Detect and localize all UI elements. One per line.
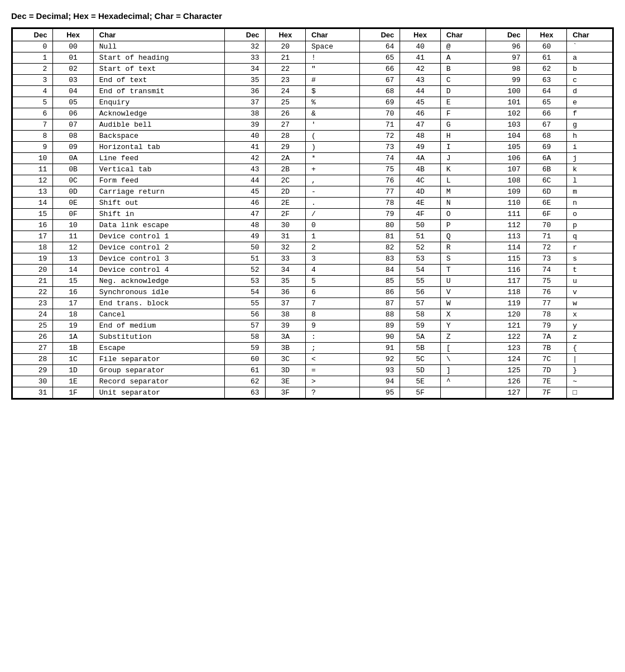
- table-row: 000Null3220Space6440@9660`: [13, 41, 613, 52]
- table-row: 101Start of heading3321!6541A9761a: [13, 52, 613, 64]
- table-row: 808Backspace4028(7248H10468h: [13, 131, 613, 142]
- table-row: 271BEscape593B;915B[1237B{: [13, 343, 613, 354]
- table-row: 291DGroup separator613D=935D]1257D}: [13, 365, 613, 376]
- col-header-char4: Char: [567, 29, 613, 41]
- table-row: 1610Data link escape483008050P11270p: [13, 220, 613, 231]
- table-row: 2418Cancel563888858X12078x: [13, 309, 613, 320]
- table-row: 404End of transmit3624$6844D10064d: [13, 86, 613, 97]
- table-row: 120CForm feed442C,764CL1086Cl: [13, 175, 613, 186]
- col-header-dec1: Dec: [13, 29, 53, 41]
- ascii-table: Dec Hex Char Dec Hex Char Dec Hex Char D…: [12, 28, 613, 399]
- table-row: 1913Device control 3513338353S11573s: [13, 253, 613, 265]
- table-row: 110BVertical tab432B+754BK1076Bk: [13, 164, 613, 175]
- col-header-char2: Char: [306, 29, 360, 41]
- col-header-hex1: Hex: [53, 29, 93, 41]
- table-row: 505Enquiry3725%6945E10165e: [13, 97, 613, 108]
- table-row: 281CFile separator603C<925C\1247C|: [13, 354, 613, 365]
- table-row: 261ASubstitution583A:905AZ1227Az: [13, 332, 613, 343]
- table-row: 311FUnit separator633F?955F1277F□: [13, 387, 613, 399]
- col-header-hex3: Hex: [400, 29, 440, 41]
- col-header-hex2: Hex: [265, 29, 305, 41]
- table-row: 707Audible bell3927'7147G10367g: [13, 119, 613, 131]
- table-row: 150FShift in472F/794FO1116Fo: [13, 209, 613, 220]
- table-row: 2216Synchronous idle543668656V11876v: [13, 287, 613, 298]
- col-header-char3: Char: [440, 29, 486, 41]
- col-header-dec4: Dec: [486, 29, 526, 41]
- table-row: 2519End of medium573998959Y12179y: [13, 320, 613, 332]
- col-header-dec3: Dec: [359, 29, 400, 41]
- table-row: 130DCarriage return452D-774DM1096Dm: [13, 186, 613, 198]
- page-title: Dec = Decimal; Hex = Hexadecimal; Char =…: [11, 11, 614, 21]
- col-header-hex4: Hex: [526, 29, 566, 41]
- col-header-dec2: Dec: [225, 29, 265, 41]
- col-header-char1: Char: [93, 29, 224, 41]
- table-row: 2317End trans. block553778757W11977w: [13, 298, 613, 309]
- table-row: 2014Device control 4523448454T11674t: [13, 265, 613, 276]
- table-row: 202Start of text3422"6642B9862b: [13, 64, 613, 75]
- table-row: 1711Device control 1493118151Q11371q: [13, 231, 613, 242]
- table-row: 301ERecord separator623E>945E^1267E~: [13, 376, 613, 387]
- table-row: 140EShift out462E.784EN1106En: [13, 198, 613, 209]
- table-row: 2115Neg. acknowledge533558555U11775u: [13, 276, 613, 287]
- table-row: 100ALine feed422A*744AJ1066Aj: [13, 153, 613, 164]
- table-row: 303End of text3523#6743C9963c: [13, 75, 613, 86]
- table-row: 606Acknowledge3826&7046F10266f: [13, 108, 613, 119]
- table-row: 1812Device control 2503228252R11472r: [13, 242, 613, 253]
- table-header-row: Dec Hex Char Dec Hex Char Dec Hex Char D…: [13, 29, 613, 41]
- table-row: 909Horizontal tab4129)7349I10569i: [13, 142, 613, 153]
